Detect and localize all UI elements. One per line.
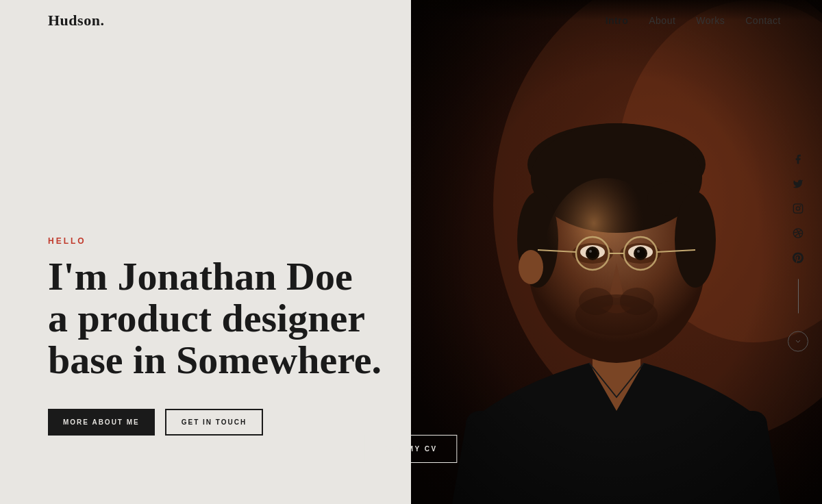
right-panel <box>411 0 822 504</box>
svg-rect-34 <box>793 204 802 213</box>
facebook-icon[interactable] <box>791 153 805 166</box>
hero-content: HELLO I'm Jonathan Doea product designer… <box>48 236 382 436</box>
scroll-down-button[interactable] <box>788 331 808 352</box>
get-my-cv-button[interactable]: GET MY CV <box>364 435 457 463</box>
svg-point-35 <box>796 207 799 210</box>
button-group: MORE ABOUT ME GET IN TOUCH <box>48 409 382 436</box>
nav-about[interactable]: About <box>649 15 675 26</box>
social-icons <box>788 153 808 352</box>
nav-links: Intro About Works Contact <box>606 15 781 26</box>
pinterest-icon[interactable] <box>791 251 805 265</box>
social-divider <box>798 279 799 314</box>
nav-works[interactable]: Works <box>696 15 725 26</box>
more-about-me-button[interactable]: MORE ABOUT ME <box>48 409 155 436</box>
svg-point-36 <box>800 205 801 207</box>
get-in-touch-button[interactable]: GET IN TOUCH <box>165 409 263 436</box>
cv-line <box>206 454 281 455</box>
instagram-icon[interactable] <box>791 202 805 216</box>
hello-label: HELLO <box>48 236 382 246</box>
nav-intro[interactable]: Intro <box>606 15 629 26</box>
navbar: Hudson. Intro About Works Contact <box>48 0 822 41</box>
twitter-icon[interactable] <box>791 177 805 191</box>
nav-contact[interactable]: Contact <box>745 15 781 26</box>
logo[interactable]: Hudson. <box>48 12 104 29</box>
dribbble-icon[interactable] <box>791 227 805 240</box>
hero-title: I'm Jonathan Doea product designerbase i… <box>48 256 382 381</box>
